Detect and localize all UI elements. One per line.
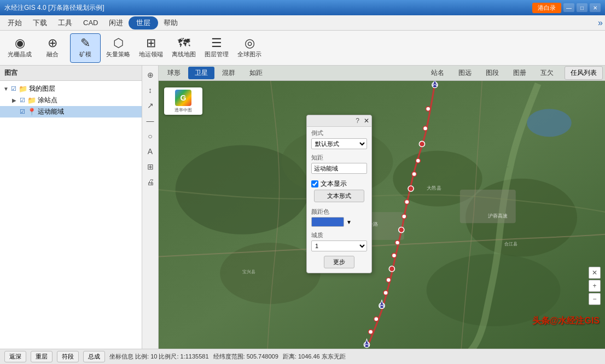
- status-btn-compose[interactable]: 总成: [83, 351, 105, 362]
- svg-point-31: [527, 109, 572, 137]
- menu-cad[interactable]: CAD: [78, 16, 103, 29]
- svg-point-16: [405, 199, 409, 204]
- tab-segment[interactable]: 图段: [479, 67, 505, 79]
- tool-layer-manage[interactable]: ☰ 图层管理: [201, 33, 232, 63]
- google-maps-logo: G 透率中图: [164, 87, 202, 115]
- tab-interact[interactable]: 互欠: [534, 67, 560, 79]
- menu-layer[interactable]: 世层: [129, 16, 158, 30]
- tree-item-waypoints[interactable]: ▶ ☑ 📁 涂站点: [0, 95, 142, 106]
- tree-item-route[interactable]: ☑ 📍 运动能域: [0, 106, 142, 118]
- tool-edit[interactable]: ✎ 矿模: [70, 33, 101, 63]
- text-format-button[interactable]: 文本形式: [314, 190, 364, 202]
- tab-satellite[interactable]: 卫星: [188, 67, 214, 79]
- tab-mixed[interactable]: 混群: [216, 67, 242, 79]
- tree-check-1[interactable]: ☑: [20, 97, 27, 104]
- edit-icon: ✎: [80, 37, 90, 49]
- tab-globe[interactable]: 球形: [161, 67, 187, 79]
- status-btn-layer[interactable]: 重层: [31, 351, 53, 362]
- left-tool-select[interactable]: ↗: [143, 98, 158, 113]
- tool-edit-label: 矿模: [79, 50, 91, 58]
- text-show-checkbox[interactable]: [311, 180, 318, 187]
- tree-check-root[interactable]: ☑: [11, 85, 19, 92]
- coord-info: 坐标信息 比例: 10 比例尺: 1:1135581: [109, 353, 209, 361]
- light-raster-icon: ◉: [15, 37, 25, 49]
- color-swatch[interactable]: [311, 217, 344, 227]
- tree-label-waypoints: 涂站点: [38, 96, 57, 105]
- svg-text:合江县: 合江县: [504, 242, 517, 246]
- menu-explore[interactable]: 闲进: [103, 16, 129, 30]
- status-btn-return[interactable]: 返深: [4, 351, 26, 362]
- maximize-button[interactable]: □: [577, 3, 587, 12]
- left-tool-text[interactable]: A: [143, 144, 158, 158]
- name-input[interactable]: [311, 163, 367, 174]
- status-btn-symbol[interactable]: 符段: [57, 351, 79, 362]
- dialog-close-button[interactable]: ✕: [364, 117, 369, 125]
- svg-point-25: [374, 317, 379, 321]
- left-tool-zoom-in[interactable]: ⊕: [143, 68, 158, 82]
- color-dropdown-icon[interactable]: ▼: [346, 219, 352, 225]
- task-panel-button[interactable]: 任风列表: [565, 66, 603, 80]
- dialog-help-icon[interactable]: ?: [356, 117, 359, 125]
- svg-point-15: [408, 186, 414, 191]
- svg-point-14: [412, 172, 416, 176]
- svg-point-5: [220, 243, 321, 304]
- svg-point-12: [419, 141, 424, 146]
- close-button[interactable]: ✕: [590, 3, 601, 12]
- tab-distance[interactable]: 如距: [243, 67, 269, 79]
- tree-item-root[interactable]: ▼ ☑ 📁 我的图层: [0, 83, 142, 95]
- svg-point-23: [383, 291, 388, 295]
- left-tool-circle[interactable]: ○: [143, 129, 158, 143]
- tree-toggle-root[interactable]: ▼: [3, 86, 11, 92]
- menu-download[interactable]: 下载: [27, 16, 53, 30]
- tool-tile-label: 地运领端: [139, 50, 163, 58]
- tool-vector[interactable]: ⬡ 矢量策略: [103, 33, 133, 63]
- left-tool-print[interactable]: 🖨: [143, 175, 158, 189]
- menu-start[interactable]: 开始: [2, 16, 27, 30]
- tree-check-2[interactable]: ☑: [20, 108, 27, 115]
- gmap-icon: G: [175, 90, 191, 106]
- map-zoom-out-button[interactable]: −: [589, 293, 601, 305]
- map-close-button[interactable]: ✕: [589, 267, 601, 279]
- minimize-button[interactable]: —: [563, 3, 574, 12]
- svg-point-22: [386, 278, 391, 282]
- tab-far[interactable]: 图远: [452, 67, 478, 79]
- style-select[interactable]: 默认形式: [311, 138, 367, 149]
- tile-icon: ⊞: [146, 37, 156, 49]
- width-select[interactable]: 1 2 3: [311, 240, 367, 251]
- menu-tools[interactable]: 工具: [53, 16, 78, 30]
- tool-vector-label: 矢量策略: [106, 50, 130, 58]
- svg-text:沪蓉高速: 沪蓉高速: [488, 213, 508, 219]
- dialog-header: ? ✕: [307, 115, 371, 127]
- tool-nav[interactable]: ◎ 全球图示: [234, 33, 265, 63]
- text-show-label: 文本显示: [321, 179, 347, 189]
- style-section: 倒式 默认形式: [307, 127, 371, 151]
- distance-info: 距离: 1046.46 东东无距: [283, 353, 346, 361]
- gmap-label: 透率中图: [174, 107, 192, 113]
- tab-album[interactable]: 图册: [507, 67, 533, 79]
- left-tool-pan[interactable]: ↕: [143, 83, 158, 97]
- tool-light-raster[interactable]: ◉ 光栅晶成: [4, 33, 35, 63]
- map-svg: 沪蓉高速 汶川乡镇公路 大邑县 合江县 宝兴县: [159, 81, 605, 349]
- tree-toggle-1[interactable]: ▶: [12, 97, 20, 103]
- menu-help[interactable]: 帮助: [158, 16, 183, 30]
- login-button[interactable]: 港白录: [532, 3, 561, 13]
- tool-light-raster-label: 光栅晶成: [8, 50, 32, 58]
- apply-button[interactable]: 更步: [324, 256, 354, 268]
- tab-stations[interactable]: 站名: [424, 67, 451, 79]
- svg-point-17: [402, 214, 406, 219]
- svg-point-26: [369, 330, 373, 334]
- tool-blend[interactable]: ⊕ 融合: [37, 33, 68, 63]
- map-zoom-in-button[interactable]: +: [589, 280, 601, 292]
- tool-tile[interactable]: ⊞ 地运领端: [136, 33, 166, 63]
- left-tool-line[interactable]: —: [143, 114, 158, 128]
- name-section: 知距: [307, 151, 371, 176]
- tool-offline[interactable]: 🗺 离线地图: [168, 33, 199, 63]
- left-tool-strip: ⊕ ↕ ↗ — ○ A ⊞ 🖨: [142, 66, 159, 349]
- menu-expand-icon[interactable]: »: [598, 18, 603, 28]
- map-area[interactable]: 球形 卫星 混群 如距 站名 图远 图段 图册 互欠 任风列表: [159, 66, 605, 349]
- left-panel: 图宫 ▼ ☑ 📁 我的图层 ▶ ☑ 📁 涂站点 ☑: [0, 66, 142, 349]
- left-tool-grid[interactable]: ⊞: [143, 160, 158, 174]
- color-label: 颜距色: [311, 208, 367, 216]
- main-area: 图宫 ▼ ☑ 📁 我的图层 ▶ ☑ 📁 涂站点 ☑: [0, 66, 605, 349]
- tool-layer-label: 图层管理: [205, 50, 229, 58]
